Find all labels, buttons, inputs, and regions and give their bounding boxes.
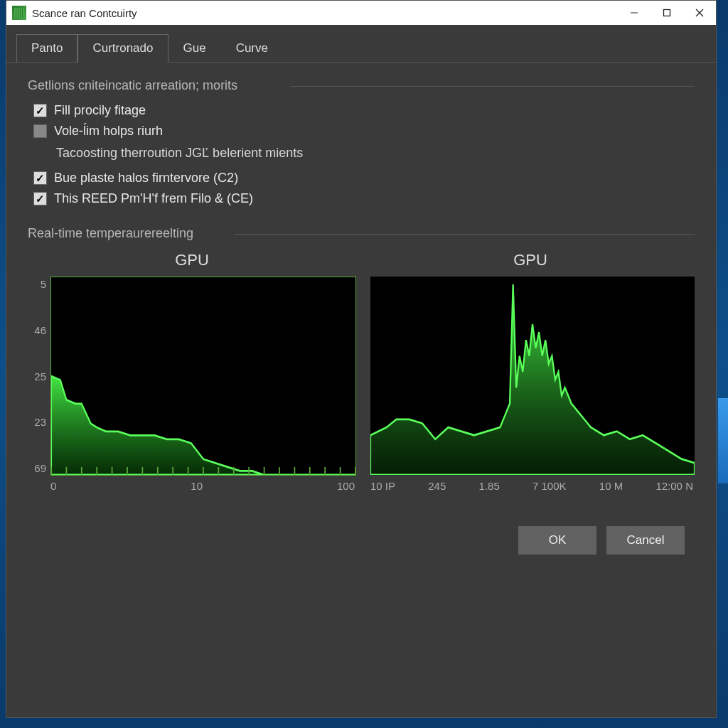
app-icon — [12, 6, 26, 20]
minimize-icon — [630, 9, 638, 17]
checkbox-bue-plaste[interactable] — [33, 171, 47, 185]
checkbox-label: Bue plaste halos firntervore (C2) — [54, 171, 238, 186]
maximize-icon — [663, 9, 671, 17]
checkbox-label: This REED Pm'H'f frem Filo & (CE) — [54, 191, 253, 206]
chart-left-xaxis: 0 10 100 — [28, 476, 356, 492]
option-row: Bue plaste halos firntervore (C2) — [33, 171, 695, 186]
settings-group-title: Getlions cniteincatic arreation; morits — [28, 78, 695, 93]
option-row: Vole-ĺim holps riurh — [33, 124, 695, 139]
chart-left-body[interactable] — [50, 277, 356, 476]
y-tick: 5 — [28, 278, 46, 290]
chart-right-xaxis: 10 IP 245 1.85 7 100K 10 M 12:00 N — [366, 476, 695, 492]
ok-button[interactable]: OK — [518, 526, 596, 555]
chart-right-svg — [370, 277, 695, 475]
checkbox-fill-procily[interactable] — [33, 104, 47, 117]
desktop-accent — [718, 398, 728, 483]
titlebar[interactable]: Scance ran Contcuirty — [6, 1, 716, 25]
y-tick: 46 — [28, 324, 46, 336]
tab-bar: Panto Curtronado Gue Curve — [6, 25, 716, 63]
close-icon — [695, 9, 704, 17]
settings-subtext: Tacoosting therroution JGĽ belerient mie… — [56, 146, 695, 161]
x-tick: 7 100K — [532, 480, 567, 492]
checkbox-this-reed[interactable] — [33, 192, 47, 205]
charts-area: GPU 5 46 25 23 69 — [28, 251, 695, 492]
realtime-group-title: Real-time temperaurereelting — [28, 226, 695, 241]
tab-curve[interactable]: Curve — [221, 34, 283, 63]
settings-group: Getlions cniteincatic arreation; morits … — [28, 78, 695, 212]
realtime-group: Real-time temperaurereelting GPU 5 46 25… — [28, 226, 695, 492]
tab-content: Getlions cniteincatic arreation; morits … — [6, 63, 716, 717]
client-area: Panto Curtronado Gue Curve Getlions cnit… — [6, 25, 716, 717]
window-title: Scance ran Contcuirty — [32, 7, 137, 19]
y-tick: 23 — [28, 416, 46, 428]
window-controls — [618, 1, 716, 25]
chart-left-svg — [51, 277, 355, 475]
x-tick: 10 — [191, 480, 203, 492]
checkbox-label: Vole-ĺim holps riurh — [54, 124, 163, 139]
x-tick: 12:00 N — [655, 480, 693, 492]
chart-left-plot: 5 46 25 23 69 — [28, 277, 356, 476]
x-tick: 10 M — [599, 480, 623, 492]
close-button[interactable] — [683, 1, 716, 25]
x-tick: 10 IP — [370, 480, 395, 492]
chart-right-body[interactable] — [370, 277, 695, 476]
chart-left-yaxis: 5 46 25 23 69 — [28, 277, 50, 476]
app-window: Scance ran Contcuirty Panto Curtronado G… — [6, 0, 717, 718]
x-tick: 100 — [337, 480, 355, 492]
tab-gue[interactable]: Gue — [168, 34, 221, 63]
tab-panto[interactable]: Panto — [16, 34, 77, 63]
option-row: This REED Pm'H'f frem Filo & (CE) — [33, 191, 695, 206]
y-tick: 69 — [28, 462, 46, 474]
tab-curtronado[interactable]: Curtronado — [77, 34, 168, 63]
checkbox-label: Fill procily fitage — [54, 103, 146, 118]
chart-right-title: GPU — [366, 251, 695, 269]
svg-rect-1 — [664, 10, 670, 16]
x-tick: 0 — [50, 480, 56, 492]
minimize-button[interactable] — [618, 1, 651, 25]
checkbox-vole-lim[interactable] — [33, 124, 47, 138]
footer-buttons: OK Cancel — [28, 506, 695, 567]
y-tick: 25 — [28, 370, 46, 382]
option-row: Fill procily fitage — [33, 103, 695, 118]
x-tick: 245 — [428, 480, 446, 492]
chart-left: GPU 5 46 25 23 69 — [28, 251, 356, 492]
chart-right-plot — [366, 277, 695, 476]
x-tick: 1.85 — [479, 480, 500, 492]
maximize-button[interactable] — [651, 1, 683, 25]
cancel-button[interactable]: Cancel — [606, 526, 685, 555]
chart-right: GPU — [366, 251, 695, 492]
chart-left-title: GPU — [28, 251, 356, 269]
